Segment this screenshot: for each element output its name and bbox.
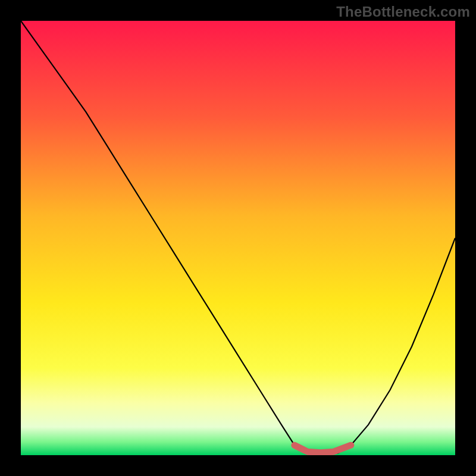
chart-svg: [21, 21, 455, 455]
plot-area: [21, 21, 455, 455]
chart-frame: TheBottleneck.com: [0, 0, 476, 476]
watermark-text: TheBottleneck.com: [336, 4, 470, 20]
